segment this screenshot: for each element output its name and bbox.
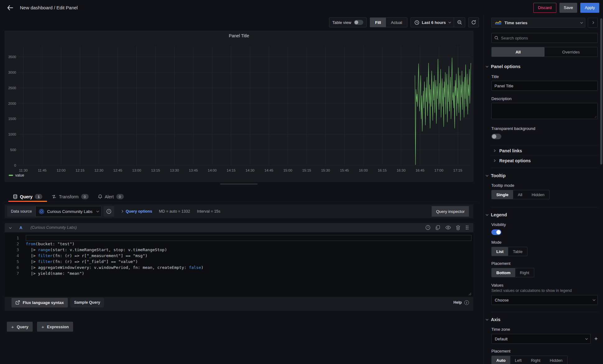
legend-item-value[interactable]: value [9, 173, 24, 177]
panel-links-section[interactable]: Panel links [493, 146, 598, 155]
x-tick-label: 13:00 [132, 168, 141, 172]
save-button[interactable]: Save [559, 3, 577, 13]
discard-button[interactable]: Discard [533, 3, 556, 13]
axis-placement-hidden[interactable]: Hidden [545, 356, 567, 364]
panel-options-header[interactable]: Panel options [486, 64, 598, 69]
delete-query-icon[interactable] [456, 225, 460, 230]
back-button[interactable] [5, 3, 15, 13]
datasource-picker[interactable]: Curious Community Labs [35, 206, 101, 217]
tooltip-mode-hidden[interactable]: Hidden [527, 190, 549, 199]
visualization-picker[interactable]: Time series [491, 18, 585, 28]
chevron-down-icon [486, 213, 488, 216]
legend-visibility-toggle[interactable] [491, 229, 501, 235]
time-series-chart[interactable]: 050010001500200025003000350011:3011:4512… [5, 31, 473, 182]
transparent-background-toggle[interactable] [491, 134, 501, 139]
legend-placement-right[interactable]: Right [515, 268, 534, 277]
datasource-help-button[interactable]: ? [104, 206, 114, 217]
code-text: from(bucket: "test") [26, 241, 471, 247]
query-options-label: Query options [126, 209, 152, 214]
code-line-4[interactable]: 4 |> filter(fn: (r) => r["_measurement"]… [10, 253, 471, 259]
legend-mode-table[interactable]: Table [508, 247, 527, 256]
query-inspector-button[interactable]: Query inspector [432, 206, 469, 217]
add-query-button[interactable]: + Query [7, 322, 33, 332]
duplicate-query-icon[interactable] [435, 225, 440, 230]
editor-resize-handle[interactable] [468, 293, 471, 296]
x-tick-label: 16:00 [359, 168, 368, 172]
query-ref-id[interactable]: A [20, 225, 22, 230]
axis-placement-right[interactable]: Right [526, 356, 545, 364]
tooltip-header[interactable]: Tooltip [486, 173, 598, 178]
hide-query-icon[interactable] [445, 225, 451, 230]
axis-placement-auto[interactable]: Auto [492, 356, 510, 364]
code-line-2[interactable]: 2from(bucket: "test") [10, 241, 471, 247]
y-tick-label: 3000 [8, 71, 16, 74]
x-tick-label: 13:30 [170, 168, 179, 172]
zoom-out-button[interactable] [454, 18, 465, 27]
visibility-label: Visibility [491, 222, 598, 227]
code-line-1[interactable]: 1 [10, 235, 471, 241]
help-button[interactable]: Help i [453, 300, 469, 305]
legend-mode-group: List Table [491, 247, 527, 256]
line-number: 4 [10, 253, 19, 259]
sidebar-scrollbar[interactable] [600, 18, 602, 164]
transform-count-badge: 0 [81, 194, 89, 199]
table-view-toggle[interactable] [354, 20, 363, 25]
apply-button[interactable]: Apply [580, 3, 599, 13]
repeat-options-section[interactable]: Repeat options [493, 156, 598, 165]
legend-values-select[interactable]: Choose [491, 295, 598, 305]
filter-tab-all[interactable]: All [492, 47, 545, 57]
legend-header[interactable]: Legend [486, 212, 598, 217]
visualization-name: Time series [504, 21, 527, 25]
tab-alert[interactable]: Alert 0 [93, 191, 128, 202]
description-textarea[interactable] [491, 103, 598, 119]
drag-handle-icon[interactable] [465, 225, 469, 230]
query-help-icon[interactable]: ? [425, 225, 430, 230]
fit-mode-group: Fill Actual [370, 17, 407, 27]
x-tick-label: 12:30 [95, 168, 104, 172]
fill-option[interactable]: Fill [370, 18, 386, 27]
tab-query[interactable]: Query 1 [8, 191, 47, 202]
panel-title-input[interactable] [491, 81, 598, 91]
filter-tab-overrides[interactable]: Overrides [545, 47, 597, 57]
panel-title: Panel Title [5, 33, 473, 38]
options-search [491, 33, 598, 43]
timezone-select[interactable]: Default [491, 334, 591, 344]
code-line-5[interactable]: 5 |> filter(fn: (r) => r["_field"] == "v… [10, 259, 471, 265]
axis-placement-left[interactable]: Left [510, 356, 526, 364]
section-title: Panel links [499, 148, 522, 153]
line-number: 3 [10, 247, 19, 253]
code-text [26, 235, 471, 241]
refresh-button[interactable] [468, 17, 479, 27]
legend-placement-bottom[interactable]: Bottom [492, 268, 515, 277]
tooltip-mode-single[interactable]: Single [492, 190, 513, 199]
add-timezone-button[interactable]: + [594, 335, 598, 342]
x-tick-label: 17:00 [434, 168, 443, 172]
time-range-label: Last 6 hours [422, 20, 446, 25]
actual-option[interactable]: Actual [386, 18, 407, 27]
add-expression-button[interactable]: + Expression [37, 322, 73, 332]
panel-resize-handle[interactable] [220, 183, 257, 185]
legend-mode-list[interactable]: List [492, 247, 508, 256]
code-line-3[interactable]: 3 |> range(start: v.timeRangeStart, stop… [10, 247, 471, 253]
sample-query-button[interactable]: Sample Query [70, 298, 104, 307]
axis-header[interactable]: Axis [486, 317, 598, 322]
x-tick-label: 13:15 [151, 168, 160, 172]
flux-code-editor[interactable]: 12from(bucket: "test")3 |> range(start: … [5, 233, 473, 297]
transform-icon [52, 194, 56, 199]
tab-transform[interactable]: Transform 0 [47, 191, 93, 202]
svg-text:?: ? [108, 210, 109, 213]
x-tick-label: 16:15 [378, 168, 387, 172]
title-label: Title [491, 74, 598, 79]
query-options-toggle[interactable]: Query options [121, 209, 152, 214]
time-range-button[interactable]: Last 6 hours [411, 18, 454, 27]
flux-syntax-button[interactable]: Flux language syntax [12, 298, 68, 307]
tooltip-mode-all[interactable]: All [513, 190, 527, 199]
code-line-7[interactable]: 7 |> yield(name: "mean") [10, 270, 471, 276]
collapse-query-icon[interactable] [9, 226, 12, 228]
code-line-6[interactable]: 6 |> aggregateWindow(every: v.windowPeri… [10, 265, 471, 270]
collapse-sidebar-button[interactable] [588, 18, 598, 28]
search-options-input[interactable] [501, 36, 595, 40]
arrow-left-icon [7, 5, 13, 10]
query-actions: + Query + Expression [7, 322, 73, 332]
datasource-label: Data source [7, 206, 35, 217]
